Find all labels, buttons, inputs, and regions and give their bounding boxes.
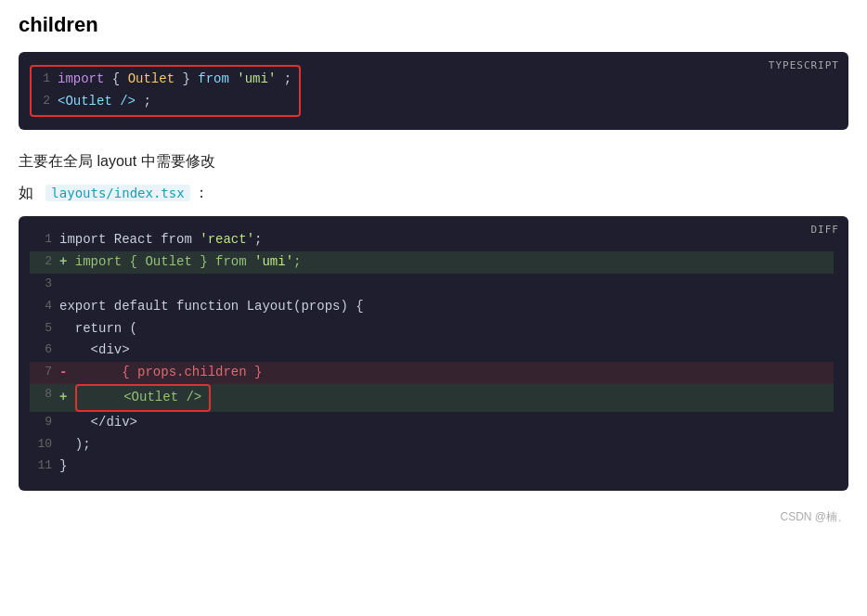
diff-line-6: 6 <div> bbox=[33, 340, 834, 362]
diff-line-4: 4 export default function Layout(props) … bbox=[33, 296, 834, 318]
typescript-highlight-box: 1 import { Outlet } from 'umi' ; 2 <Outl… bbox=[30, 65, 301, 117]
line-content: <Outlet /> ; bbox=[58, 91, 291, 113]
line-content: ); bbox=[59, 434, 834, 456]
diff-line-8-highlight: <Outlet /> bbox=[75, 384, 211, 412]
diff-line-10: 10 ); bbox=[33, 434, 834, 456]
ref-file-link[interactable]: layouts/index.tsx bbox=[45, 185, 189, 201]
diff-line-5: 5 return ( bbox=[33, 318, 834, 340]
line-number: 3 bbox=[33, 274, 59, 294]
diff-label: DIFF bbox=[811, 224, 840, 236]
line-content: + <Outlet /> bbox=[59, 384, 834, 412]
code-plain: ; bbox=[254, 232, 262, 247]
diff-plus-prefix: + bbox=[59, 254, 67, 269]
diff-line-7: 7 - { props.children } bbox=[30, 362, 834, 384]
ref-prefix: 如 bbox=[19, 185, 33, 200]
line-number: 7 bbox=[33, 362, 59, 382]
line-content: import React from 'react'; bbox=[59, 229, 834, 251]
prose-text-1: 主要在全局 layout 中需要修改 bbox=[19, 148, 848, 175]
page-title: children bbox=[19, 13, 848, 37]
footer: CSDN @楠、 bbox=[19, 509, 848, 525]
line-number: 1 bbox=[33, 229, 59, 250]
line-content: + import { Outlet } from 'umi'; bbox=[59, 251, 834, 274]
diff-code: 1 import React from 'react'; 2 + import … bbox=[33, 229, 834, 478]
line-number: 4 bbox=[33, 296, 59, 316]
diff-line-3: 3 bbox=[33, 274, 834, 296]
line-content bbox=[59, 274, 834, 296]
line-content: <div> bbox=[59, 340, 834, 362]
code-string: 'umi' bbox=[237, 71, 276, 86]
line-number: 2 bbox=[33, 251, 59, 272]
line-number: 1 bbox=[32, 69, 58, 89]
ref-line: 如 layouts/index.tsx ： bbox=[19, 184, 848, 203]
diff-line-11: 11 } bbox=[33, 456, 834, 478]
line-content: } bbox=[59, 456, 834, 478]
line-number: 8 bbox=[33, 384, 59, 404]
line-content: import { Outlet } from 'umi' ; bbox=[58, 69, 291, 91]
code-string: 'react' bbox=[200, 232, 254, 247]
code-outlet: Outlet bbox=[128, 71, 175, 86]
line-number: 5 bbox=[33, 318, 59, 339]
line-number: 10 bbox=[33, 434, 59, 455]
line-number: 9 bbox=[33, 412, 59, 432]
code-line-ts-2: 2 <Outlet /> ; bbox=[32, 91, 291, 113]
code-diff-plus: ; bbox=[293, 254, 301, 269]
diff-line-8: 8 + <Outlet /> bbox=[30, 384, 834, 412]
code-plain: ; bbox=[143, 94, 150, 109]
line-content: return ( bbox=[59, 318, 834, 340]
typescript-label: TYPESCRIPT bbox=[769, 59, 839, 71]
keyword-import: import bbox=[58, 71, 104, 86]
line-number: 6 bbox=[33, 340, 59, 360]
diff-line-2: 2 + import { Outlet } from 'umi'; bbox=[30, 251, 834, 274]
line-content: - { props.children } bbox=[59, 362, 834, 384]
code-plain: } bbox=[182, 71, 198, 86]
code-plain: ; bbox=[284, 71, 291, 86]
typescript-code: 1 import { Outlet } from 'umi' ; 2 <Outl… bbox=[33, 65, 834, 117]
code-diff-plus: import { Outlet } from bbox=[75, 254, 254, 269]
code-string: 'umi' bbox=[254, 254, 293, 269]
diff-minus-prefix: - bbox=[59, 365, 67, 379]
line-number: 11 bbox=[33, 456, 59, 476]
diff-code-block: DIFF 1 import React from 'react'; 2 + im… bbox=[19, 216, 848, 491]
typescript-code-block: TYPESCRIPT 1 import { Outlet } from 'umi… bbox=[19, 52, 848, 130]
diff-line-9: 9 </div> bbox=[33, 412, 834, 434]
line-content: </div> bbox=[59, 412, 834, 434]
code-diff-minus: { props.children } bbox=[75, 365, 263, 379]
code-line-ts-1: 1 import { Outlet } from 'umi' ; bbox=[32, 69, 291, 91]
ref-suffix: ： bbox=[194, 185, 209, 200]
code-outlet-tag: <Outlet /> bbox=[58, 94, 136, 109]
line-number: 2 bbox=[32, 91, 58, 111]
keyword-from: from bbox=[198, 71, 229, 86]
code-plain: import React from bbox=[59, 232, 200, 247]
diff-plus-prefix: + bbox=[59, 390, 67, 404]
line-content: export default function Layout(props) { bbox=[59, 296, 834, 318]
diff-line-1: 1 import React from 'react'; bbox=[33, 229, 834, 251]
code-plain: { bbox=[112, 71, 128, 86]
code-diff-plus: <Outlet /> bbox=[77, 390, 201, 404]
